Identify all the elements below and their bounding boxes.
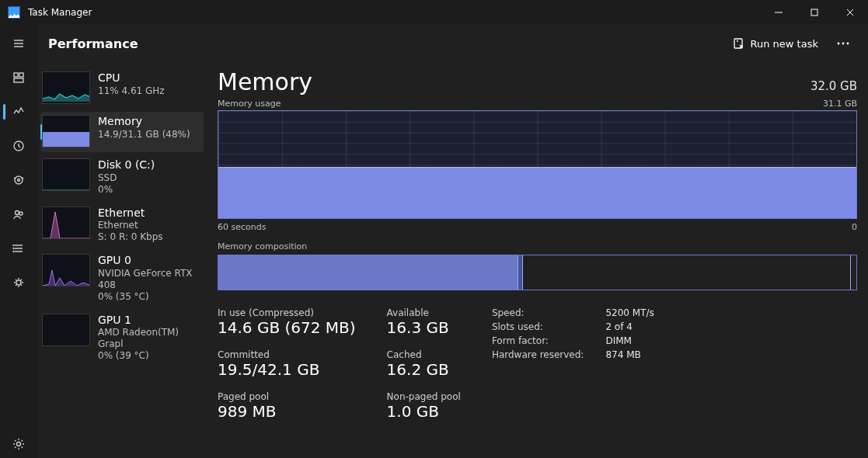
run-task-icon [732, 37, 744, 50]
resource-gpu0[interactable]: GPU 0 NVIDIA GeForce RTX 408 0% (35 °C) [40, 251, 204, 307]
run-task-label: Run new task [751, 38, 818, 50]
usage-chart-label: Memory usage [218, 99, 281, 109]
title-bar: Task Manager [0, 0, 868, 25]
svg-point-11 [13, 252, 14, 252]
resource-ethernet[interactable]: Ethernet Ethernet S: 0 R: 0 Kbps [40, 203, 204, 248]
paged-value: 989 MB [218, 402, 356, 421]
svg-rect-1 [14, 73, 18, 77]
app-title: Task Manager [28, 7, 92, 18]
memory-thumbnail [42, 115, 90, 147]
svg-point-12 [16, 280, 21, 285]
available-label: Available [387, 307, 461, 318]
resource-memory[interactable]: Memory 14.9/31.1 GB (48%) [40, 112, 204, 152]
resource-sub2: S: 0 R: 0 Kbps [98, 231, 163, 243]
committed-value: 19.5/42.1 GB [218, 360, 356, 379]
gpu1-thumbnail [42, 314, 90, 346]
resource-sub: Ethernet [98, 220, 163, 231]
resource-sub2: 0% (35 °C) [98, 291, 199, 303]
detail-panel: Memory 32.0 GB Memory usage 31.1 GB 60 s… [207, 68, 857, 446]
axis-right: 0 [852, 222, 857, 232]
close-button[interactable] [832, 0, 868, 25]
page-title: Performance [48, 36, 138, 51]
memory-composition-chart[interactable] [218, 255, 857, 290]
nav-app-history[interactable] [3, 132, 34, 160]
resource-name: GPU 1 [98, 314, 199, 328]
resource-sub2: 0% [98, 184, 155, 196]
nav-startup[interactable] [3, 166, 34, 194]
form-value: DIMM [605, 335, 654, 346]
nonpaged-value: 1.0 GB [387, 402, 461, 421]
nav-processes[interactable] [3, 64, 34, 92]
hwres-value: 874 MB [605, 349, 654, 360]
cached-label: Cached [387, 349, 461, 360]
svg-rect-3 [14, 78, 23, 82]
nonpaged-label: Non-paged pool [387, 391, 461, 402]
resource-sub: NVIDIA GeForce RTX 408 [98, 268, 199, 291]
resource-disk0[interactable]: Disk 0 (C:) SSD 0% [40, 155, 204, 200]
resource-sub: 14.9/31.1 GB (48%) [98, 129, 190, 141]
svg-point-13 [17, 442, 21, 446]
maximize-button[interactable] [797, 0, 832, 25]
resource-list: CPU 11% 4.61 GHz Memory 14.9/31.1 GB (48… [40, 68, 204, 446]
minimize-button[interactable] [761, 0, 797, 25]
svg-point-7 [16, 211, 19, 215]
resource-name: GPU 0 [98, 254, 199, 268]
memory-usage-chart[interactable] [218, 110, 857, 219]
svg-point-17 [847, 43, 849, 45]
ethernet-thumbnail [42, 206, 90, 239]
svg-point-10 [13, 248, 14, 249]
memory-total: 32.0 GB [810, 79, 857, 93]
nav-services[interactable] [3, 269, 34, 297]
disk-thumbnail [42, 158, 90, 191]
resource-cpu[interactable]: CPU 11% 4.61 GHz [40, 68, 204, 109]
svg-rect-0 [811, 9, 817, 16]
composition-label: Memory composition [218, 241, 857, 252]
svg-point-8 [19, 212, 23, 215]
hwres-label: Hardware reserved: [492, 349, 584, 360]
inuse-value: 14.6 GB (672 MB) [218, 318, 356, 337]
committed-label: Committed [218, 349, 356, 360]
nav-details[interactable] [3, 234, 34, 262]
memory-properties: Speed:5200 MT/s Slots used:2 of 4 Form f… [492, 307, 654, 421]
svg-rect-2 [19, 73, 23, 77]
resource-gpu1[interactable]: GPU 1 AMD Radeon(TM) Grapl 0% (39 °C) [40, 311, 204, 367]
resource-name: Disk 0 (C:) [98, 158, 155, 172]
nav-users[interactable] [3, 200, 34, 228]
axis-left: 60 seconds [218, 222, 266, 232]
nav-settings[interactable] [3, 430, 34, 458]
slots-label: Slots used: [492, 321, 584, 332]
svg-point-6 [18, 179, 20, 182]
svg-point-15 [838, 43, 840, 45]
form-label: Form factor: [492, 335, 584, 346]
svg-point-16 [842, 43, 845, 45]
resource-name: CPU [98, 71, 165, 85]
hamburger-button[interactable] [3, 29, 34, 57]
speed-label: Speed: [492, 307, 584, 318]
resource-sub2: 0% (39 °C) [98, 350, 199, 362]
cpu-thumbnail [42, 71, 90, 104]
speed-value: 5200 MT/s [605, 307, 654, 318]
svg-point-5 [15, 176, 23, 184]
gpu0-thumbnail [42, 254, 90, 286]
page-header: Performance Run new task [37, 25, 868, 62]
resource-sub: 11% 4.61 GHz [98, 85, 165, 97]
resource-name: Ethernet [98, 206, 163, 220]
nav-performance[interactable] [3, 98, 34, 126]
resource-name: Memory [98, 115, 190, 129]
detail-title: Memory [218, 68, 312, 95]
cached-value: 16.2 GB [387, 360, 461, 379]
run-new-task-button[interactable]: Run new task [724, 33, 826, 54]
ellipsis-icon [837, 42, 849, 45]
nav-rail [0, 25, 37, 458]
resource-sub: AMD Radeon(TM) Grapl [98, 327, 199, 350]
usage-chart-max: 31.1 GB [823, 99, 857, 109]
paged-label: Paged pool [218, 391, 356, 402]
svg-point-9 [13, 245, 14, 246]
resource-sub: SSD [98, 172, 155, 184]
app-icon [8, 6, 20, 19]
available-value: 16.3 GB [387, 318, 461, 337]
slots-value: 2 of 4 [605, 321, 654, 332]
more-options-button[interactable] [829, 31, 857, 56]
inuse-label: In use (Compressed) [218, 307, 356, 318]
